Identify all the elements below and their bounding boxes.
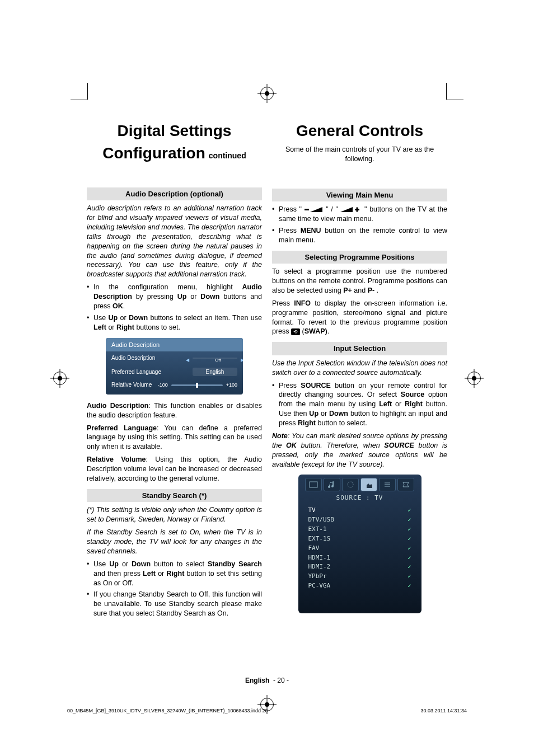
audio-description-panel: Audio Description Audio Description ◀ Of… — [106, 338, 243, 395]
source-item: HDMI-1✓ — [308, 553, 411, 563]
triangle-left-icon: ◀ — [186, 358, 189, 364]
source-item: HDMI-2✓ — [308, 562, 411, 572]
left-column: Digital Settings Configuration continued… — [87, 120, 262, 621]
audio-intro: Audio description refers to an additiona… — [87, 204, 262, 279]
right-title: General Controls — [272, 120, 447, 142]
tab-install-icon — [360, 478, 377, 491]
registration-mark-icon — [467, 372, 481, 385]
print-folio: 00_MB45M_[GB]_3910UK_IDTV_SILVER8_32740W… — [67, 708, 467, 713]
tab-picture-icon — [305, 478, 322, 491]
left-title-1: Digital Settings — [87, 120, 262, 142]
svg-point-6 — [348, 482, 353, 487]
svg-rect-0 — [305, 209, 309, 210]
panel-title: Audio Description — [106, 338, 243, 352]
panel-row-value: English — [193, 368, 237, 377]
left-title-2: Configuration continued — [87, 143, 262, 164]
source-panel-title: SOURCE : TV — [298, 492, 421, 506]
svg-rect-4 — [357, 207, 358, 212]
heading-standby-search: Standby Search (*) — [87, 489, 262, 503]
input-note: Note: You can mark desired source option… — [272, 431, 447, 469]
volume-plus-icon — [340, 207, 362, 213]
slider-knob — [196, 383, 198, 388]
heading-viewing-main-menu: Viewing Main Menu — [272, 189, 447, 202]
audio-bullets: In the configuration menu, highlight Aud… — [87, 283, 262, 332]
standby-bullets: Use Up or Down button to select Standby … — [87, 560, 262, 618]
para-audio-description: Audio Description: This function enables… — [87, 401, 262, 420]
main-menu-bullets: Press " " / " " buttons on the TV at the… — [272, 205, 447, 245]
triangle-right-icon: ▶ — [241, 358, 243, 364]
check-icon: ✓ — [407, 582, 411, 590]
swap-icon: ⟲ — [291, 328, 300, 335]
standby-para: If the Standby Search is set to On, when… — [87, 528, 262, 556]
check-icon: ✓ — [407, 563, 411, 571]
input-bullets: Press SOURCE button on your remote contr… — [272, 381, 447, 428]
heading-selecting-programme: Selecting Programme Positions — [272, 251, 447, 264]
check-icon: ✓ — [407, 535, 411, 543]
slider-min: -100 — [158, 382, 168, 388]
source-item: PC-VGA✓ — [308, 581, 411, 591]
para-preferred-language: Preferred Language: You can define a pre… — [87, 424, 262, 452]
prog-para-1: To select a programme position use the n… — [272, 267, 447, 295]
source-item: TV✓ — [308, 506, 411, 515]
right-column: General Controls Some of the main contro… — [272, 120, 447, 621]
input-intro: Use the Input Selection window if the te… — [272, 359, 447, 378]
standby-note: (*) This setting is visible only when th… — [87, 505, 262, 524]
heading-input-selection: Input Selection — [272, 342, 447, 355]
slider-track — [171, 384, 223, 386]
registration-mark-icon — [53, 372, 67, 385]
check-icon: ✓ — [407, 506, 411, 515]
svg-marker-1 — [310, 207, 322, 212]
heading-audio-description: Audio Description (optional) — [87, 187, 262, 201]
slider-max: +100 — [226, 382, 237, 388]
source-item: DTV/USB✓ — [308, 515, 411, 525]
source-item: YPbPr✓ — [308, 572, 411, 581]
check-icon: ✓ — [407, 525, 411, 534]
svg-rect-5 — [310, 482, 317, 487]
source-item: EXT-1✓ — [308, 525, 411, 534]
panel-row-value: ◀ Off ▶ — [193, 358, 237, 359]
right-intro: Some of the main controls of your TV are… — [272, 145, 447, 164]
panel-row-label: Audio Description — [111, 354, 193, 362]
tab-source-icon — [397, 478, 414, 491]
source-item: FAV✓ — [308, 544, 411, 553]
source-panel: SOURCE : TV TV✓DTV/USB✓EXT-1✓EXT-1S✓FAV✓… — [298, 475, 421, 613]
tab-sound-icon — [324, 478, 340, 491]
para-relative-volume: Relative Volume: Using this option, the … — [87, 455, 262, 483]
page-footer: English - 20 - — [87, 677, 447, 684]
tab-channel-icon — [379, 478, 396, 491]
check-icon: ✓ — [407, 554, 411, 562]
volume-minus-icon — [305, 207, 324, 213]
tab-feature-icon — [342, 478, 359, 491]
registration-mark-icon — [260, 87, 274, 100]
panel-row-label: Preferred Language — [111, 368, 193, 376]
check-icon: ✓ — [407, 544, 411, 553]
check-icon: ✓ — [407, 516, 411, 524]
panel-slider-label: Relative Volume — [111, 381, 154, 389]
check-icon: ✓ — [407, 572, 411, 581]
svg-marker-2 — [340, 207, 353, 212]
prog-para-2: Press INFO to display the on-screen info… — [272, 299, 447, 337]
source-item: EXT-1S✓ — [308, 534, 411, 544]
